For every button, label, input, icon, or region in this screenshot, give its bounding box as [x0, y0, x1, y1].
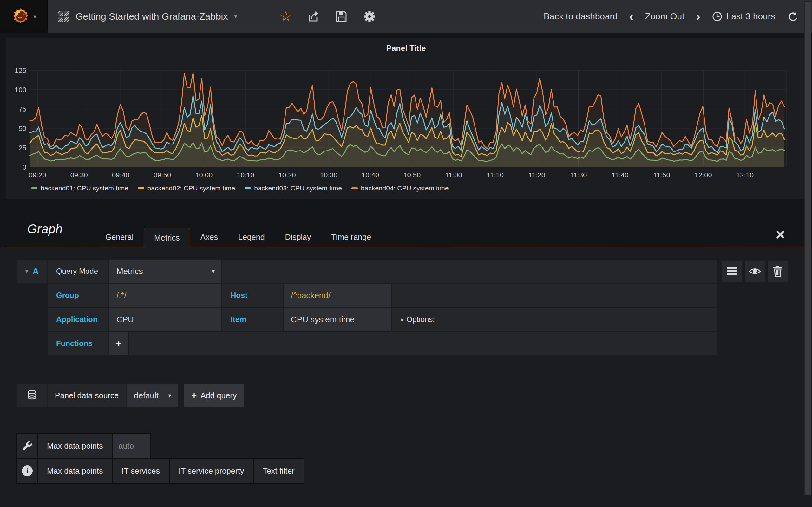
query-ref-letter: A: [33, 267, 39, 276]
bottom-tab-max-data-points[interactable]: Max data points: [38, 459, 112, 483]
group-value-field[interactable]: /.*/: [109, 284, 221, 307]
bottom-tab-it-services[interactable]: IT services: [113, 459, 169, 483]
gear-icon[interactable]: [363, 10, 376, 23]
dashboard-grid-icon: [58, 11, 69, 22]
plus-icon: +: [192, 390, 197, 400]
host-value-field[interactable]: /^backend/: [284, 284, 391, 307]
max-data-points-row: Max data points: [16, 433, 151, 459]
zoom-out-button[interactable]: Zoom Out: [645, 11, 684, 21]
svg-text:09:20: 09:20: [29, 171, 46, 179]
legend-label: backend03: CPU system time: [254, 184, 342, 192]
legend-swatch: [31, 187, 38, 189]
bottom-tab-text-filter[interactable]: Text filter: [254, 459, 303, 483]
item-label: Item: [222, 308, 283, 331]
legend-swatch: [245, 187, 251, 189]
tab-legend[interactable]: Legend: [228, 228, 275, 246]
svg-text:11:00: 11:00: [445, 171, 462, 179]
query-row-filler: [222, 260, 717, 283]
close-icon: ×: [775, 225, 785, 244]
legend-item[interactable]: backend03: CPU system time: [245, 184, 342, 192]
legend-item[interactable]: backend01: CPU system time: [31, 184, 129, 192]
tab-time-range[interactable]: Time range: [321, 228, 382, 246]
svg-text:10:50: 10:50: [403, 171, 420, 179]
tab-general[interactable]: General: [95, 228, 144, 246]
legend-swatch: [138, 187, 144, 189]
svg-text:11:30: 11:30: [570, 171, 587, 179]
max-data-points-input[interactable]: [113, 434, 150, 458]
wrench-cell: [17, 434, 37, 458]
chart-legend: backend01: CPU system timebackend02: CPU…: [31, 184, 449, 192]
chevron-right-icon: ▸: [401, 316, 404, 323]
chevron-down-icon: ▾: [33, 13, 37, 20]
query-menu-button[interactable]: [722, 261, 742, 282]
time-shift-left-icon[interactable]: ‹: [629, 10, 633, 23]
panel-type-label: Graph: [27, 222, 62, 236]
dashboard-picker[interactable]: Getting Started with Grafana-Zabbix ▾: [48, 0, 237, 33]
datasource-select[interactable]: default ▾: [127, 384, 177, 407]
info-cell: i: [17, 459, 37, 483]
eye-icon: [749, 265, 761, 278]
chevron-down-icon: ▾: [26, 268, 28, 275]
item-value-field[interactable]: CPU system time: [284, 308, 391, 331]
svg-text:10:10: 10:10: [237, 171, 254, 179]
svg-text:09:50: 09:50: [154, 171, 171, 179]
svg-text:09:40: 09:40: [112, 171, 130, 179]
tabs-underline: [6, 246, 806, 247]
svg-text:100: 100: [14, 86, 26, 94]
close-editor-button[interactable]: ×: [771, 226, 789, 243]
svg-text:11:50: 11:50: [653, 171, 670, 179]
star-icon[interactable]: ☆: [280, 10, 292, 23]
back-to-dashboard-button[interactable]: Back to dashboard: [544, 11, 618, 21]
time-picker[interactable]: Last 3 hours: [712, 11, 775, 22]
application-value-field[interactable]: CPU: [109, 308, 221, 331]
svg-text:10:00: 10:00: [195, 171, 212, 179]
svg-text:09:30: 09:30: [70, 171, 88, 179]
tab-axes[interactable]: Axes: [190, 228, 229, 246]
svg-text:11:20: 11:20: [528, 171, 545, 179]
query-collapse-toggle[interactable]: ▾ A: [17, 260, 47, 283]
grafana-menu-button[interactable]: ▾: [0, 0, 48, 33]
query-toggle-visibility-button[interactable]: [745, 261, 765, 282]
timeseries-chart[interactable]: 025507510012509:2009:3009:4009:5010:0010…: [6, 38, 806, 199]
options-toggle[interactable]: ▸ Options:: [392, 308, 717, 331]
trash-icon: [772, 265, 783, 278]
legend-item[interactable]: backend04: CPU system time: [351, 184, 449, 192]
host-row-filler: [392, 284, 717, 307]
svg-text:10:30: 10:30: [320, 171, 338, 179]
dashboard-title: Getting Started with Grafana-Zabbix: [75, 11, 228, 22]
svg-text:25: 25: [19, 144, 26, 152]
host-label: Host: [222, 284, 283, 307]
wrench-icon: [22, 441, 33, 451]
navbar-right: Back to dashboard ‹ Zoom Out › Last 3 ho…: [544, 0, 798, 33]
query-mode-select[interactable]: Metrics ▾: [109, 260, 221, 283]
bottom-tab-it-service-property[interactable]: IT service property: [170, 459, 253, 483]
time-shift-right-icon[interactable]: ›: [696, 10, 700, 23]
query-mode-label: Query Mode: [48, 260, 108, 283]
grafana-app: ▾ Getting Started with Grafana-Zabbix ▾ …: [0, 0, 812, 507]
legend-swatch: [351, 187, 358, 189]
vertical-scrollbar[interactable]: [804, 1, 811, 495]
plus-icon: +: [116, 338, 122, 349]
chevron-down-icon: ▾: [234, 13, 237, 20]
legend-item[interactable]: backend02: CPU system time: [138, 184, 235, 192]
hamburger-icon: [727, 267, 738, 276]
svg-text:12:10: 12:10: [736, 171, 754, 179]
info-icon: i: [22, 465, 33, 476]
legend-label: backend02: CPU system time: [148, 184, 235, 192]
functions-row-filler: [129, 332, 717, 355]
panel-datasource-label: Panel data source: [48, 384, 125, 407]
tab-metrics[interactable]: Metrics: [144, 228, 190, 247]
refresh-icon[interactable]: [786, 11, 798, 22]
svg-text:10:20: 10:20: [278, 171, 296, 179]
svg-text:11:10: 11:10: [487, 171, 503, 179]
query-delete-button[interactable]: [768, 261, 788, 282]
group-label: Group: [48, 284, 108, 307]
save-icon[interactable]: [335, 10, 348, 23]
add-query-button[interactable]: + Add query: [184, 384, 244, 407]
tab-display[interactable]: Display: [275, 228, 321, 246]
svg-text:50: 50: [19, 124, 26, 132]
share-icon[interactable]: [307, 10, 320, 23]
legend-label: backend01: CPU system time: [41, 184, 129, 192]
legend-label: backend04: CPU system time: [361, 184, 449, 192]
add-function-button[interactable]: +: [109, 332, 128, 355]
